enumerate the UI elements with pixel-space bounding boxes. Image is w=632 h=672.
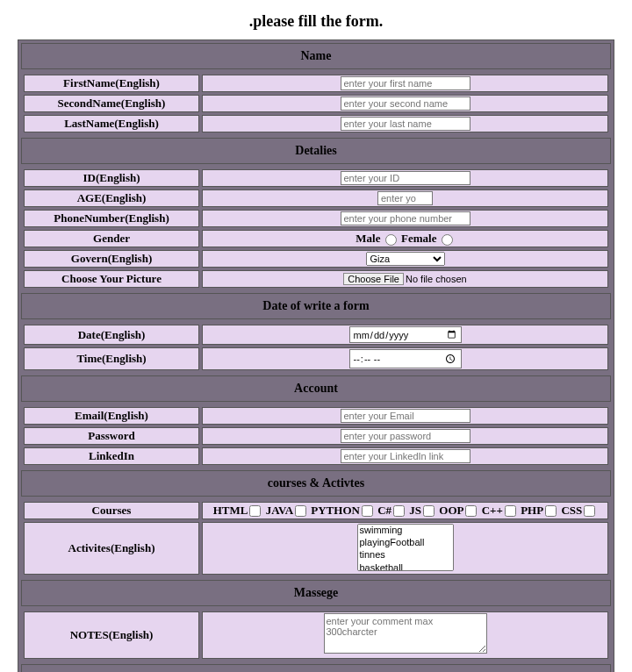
activity-option[interactable]: basketball xyxy=(358,562,453,571)
label-govern: Govern(English) xyxy=(24,250,199,268)
firstname-input[interactable] xyxy=(341,76,470,90)
course-checkbox-oop[interactable] xyxy=(465,505,477,517)
label-time: Time(English) xyxy=(24,347,199,370)
activity-option[interactable]: playingFootball xyxy=(358,537,453,549)
notes-textarea[interactable] xyxy=(324,613,487,654)
course-checkbox-python[interactable] xyxy=(362,505,373,517)
activities-select[interactable]: swimmingplayingFootballtinnesbasketball xyxy=(357,524,454,571)
label-courses: Courses xyxy=(24,502,199,519)
course-label-html: HTML xyxy=(213,504,248,517)
id-input[interactable] xyxy=(341,171,470,185)
label-notes: NOTES(English) xyxy=(24,611,199,659)
section-details: Detalies xyxy=(21,138,611,164)
activity-option[interactable]: swimming xyxy=(358,525,453,537)
label-lastname: LastName(English) xyxy=(24,115,199,132)
section-account: Account xyxy=(21,375,611,402)
file-status: No file chosen xyxy=(406,274,467,284)
section-message: Massege xyxy=(21,580,611,606)
label-email: Email(English) xyxy=(24,407,199,425)
section-courses: courses & Activtes xyxy=(21,470,611,497)
course-checkbox-c#[interactable] xyxy=(393,505,405,517)
course-checkbox-css[interactable] xyxy=(584,505,595,517)
time-input[interactable] xyxy=(349,349,462,368)
email-input[interactable] xyxy=(341,409,470,423)
label-picture: Choose Your Picture xyxy=(24,270,199,288)
section-name: Name xyxy=(21,43,611,69)
label-age: AGE(English) xyxy=(24,189,199,207)
password-input[interactable] xyxy=(341,429,470,443)
course-checkbox-php[interactable] xyxy=(545,505,557,517)
label-password: Password xyxy=(24,427,199,445)
course-checkbox-c++[interactable] xyxy=(505,505,516,517)
choose-file-button[interactable]: Choose File xyxy=(343,273,404,285)
courses-cell: HTML JAVA PYTHON C# JS OOP C++ PHP CSS xyxy=(202,502,608,519)
male-radio[interactable] xyxy=(385,234,397,246)
page-title: .please fill the form. xyxy=(18,12,614,31)
course-label-oop: OOP xyxy=(436,504,463,517)
course-label-php: PHP xyxy=(518,504,543,517)
lastname-input[interactable] xyxy=(341,117,470,131)
label-gender: Gender xyxy=(24,230,199,247)
female-radio[interactable] xyxy=(442,234,453,246)
phone-input[interactable] xyxy=(341,211,470,225)
course-checkbox-html[interactable] xyxy=(249,505,261,517)
course-checkbox-java[interactable] xyxy=(295,505,306,517)
label-id: ID(English) xyxy=(24,169,199,187)
course-label-css: CSS xyxy=(558,504,582,517)
course-label-c#: C# xyxy=(375,504,391,517)
label-linkedin: LinkedIn xyxy=(24,447,199,465)
govern-select[interactable]: Giza xyxy=(366,252,445,266)
course-label-c++: C++ xyxy=(478,504,502,517)
form-table: Name FirstName(English) SecondName(Engli… xyxy=(18,39,614,672)
course-checkbox-js[interactable] xyxy=(423,505,434,517)
male-label: Male xyxy=(356,232,380,245)
linkedin-input[interactable] xyxy=(341,449,470,463)
section-send: Send or Delate xyxy=(21,664,611,672)
age-input[interactable] xyxy=(377,191,433,205)
course-label-python: PYTHON xyxy=(308,504,360,517)
secondname-input[interactable] xyxy=(341,97,470,111)
section-datewrite: Date of write a form xyxy=(21,293,611,319)
label-date: Date(English) xyxy=(24,325,199,345)
date-input[interactable] xyxy=(349,326,462,343)
label-firstname: FirstName(English) xyxy=(24,75,199,92)
course-label-java: JAVA xyxy=(262,504,293,517)
activity-option[interactable]: tinnes xyxy=(358,549,453,561)
label-phone: PhoneNumber(English) xyxy=(24,210,199,227)
female-label: Female xyxy=(401,232,436,245)
label-activities: Activites(English) xyxy=(24,522,199,575)
course-label-js: JS xyxy=(406,504,421,517)
label-secondname: SecondName(English) xyxy=(24,95,199,112)
